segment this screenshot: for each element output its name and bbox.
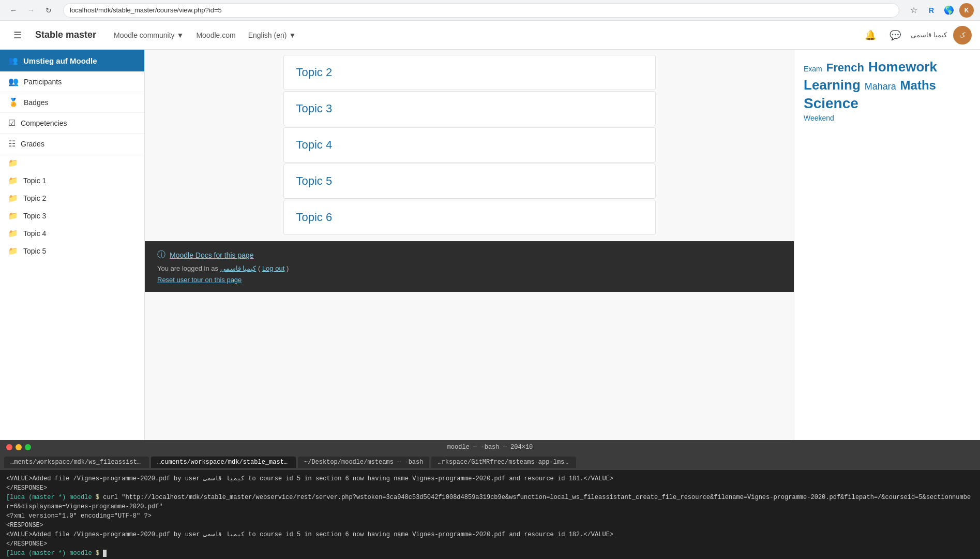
user-menu-button[interactable]: ک [953,26,972,45]
chat-button[interactable]: 💬 [886,26,904,45]
browser-chrome: ← → ↻ localhost/mdk/stable_master/course… [0,0,980,21]
nav-community-label: Moodle community [114,31,175,39]
terminal-tab-3[interactable]: ~/Desktop/moodle/msteams — -bash [298,457,429,468]
traffic-lights [6,444,31,450]
minimize-dot[interactable] [16,444,22,450]
terminal-line-2: </RESPONSE> [6,483,974,493]
sidebar: 👥 Umstieg auf Moodle 👥 Participants 🏅 Ba… [0,50,145,440]
sidebar-header-label: Umstieg auf Moodle [23,56,97,65]
forward-button[interactable]: → [24,3,38,18]
tag-learning[interactable]: Learning [804,77,861,93]
extension-icon-2[interactable]: 🌎 [942,3,956,18]
topic-section-4: Topic 4 [283,127,656,163]
sidebar-item-topic3[interactable]: 📁 Topic 3 [0,207,144,225]
terminal-line-7: </RESPONSE> [6,539,974,549]
logout-link[interactable]: Log out [262,264,284,272]
terminal-header: moodle — -bash — 204×10 [0,440,980,454]
bookmark-icon[interactable]: ☆ [907,3,921,18]
reset-tour-link[interactable]: Reset user tour on this page [157,276,242,284]
login-text-pre: You are logged in as [157,264,220,272]
terminal-tab-2[interactable]: …cuments/workspace/mdk/stable_master/moo… [151,457,296,468]
moodle-docs-link[interactable]: Moodle Docs for this page [170,251,254,259]
topic2-link[interactable]: Topic 2 [296,66,333,79]
tag-weekend[interactable]: Weekend [804,114,834,122]
address-bar[interactable]: localhost/mdk/stable_master/course/view.… [63,3,899,18]
tags-block: Exam French Homework Learning Mahara Mat… [803,58,972,123]
terminal-tab-4[interactable]: …rkspace/GitMRfree/msteams-app-lms-meeti… [431,457,576,468]
terminal-line-8: [luca (master *) moodle $ [6,549,974,558]
sidebar-item-grades[interactable]: ☷ Grades [0,134,144,154]
tag-homework[interactable]: Homework [868,59,937,75]
info-icon: ⓘ [157,249,165,260]
tag-exam[interactable]: Exam [804,65,822,73]
terminal-tabs-row: …ments/workspace/mdk/ws_fileassistant/mo… [0,454,980,470]
terminal-title: moodle — -bash — 204×10 [447,444,533,451]
nav-community-arrow: ▼ [177,31,184,39]
tag-french[interactable]: French [826,61,864,75]
nav-language-link[interactable]: English (en) ▼ [243,28,301,42]
nav-links: Moodle community ▼ Moodle.com English (e… [109,28,301,42]
topic5-folder-icon: 📁 [8,246,18,256]
topic3-label: Topic 3 [23,212,46,220]
topic3-link[interactable]: Topic 3 [296,102,333,115]
terminal-tab-1[interactable]: …ments/workspace/mdk/ws_fileassistant/mo… [4,457,149,468]
topic-section-5: Topic 5 [283,164,656,199]
competencies-label: Competencies [21,119,67,127]
sidebar-item-badges[interactable]: 🏅 Badges [0,92,144,113]
terminal-body: <VALUE>Added file /Vignes-programme-2020… [0,470,980,559]
terminal-line-4: <?xml version="1.0" encoding="UTF-8" ?> [6,511,974,521]
login-status: You are logged in as کیمیا قاسمی ( Log o… [157,264,781,272]
sidebar-item-participants[interactable]: 👥 Participants [0,71,144,92]
topic5-link[interactable]: Topic 5 [296,174,333,187]
topic1-folder-icon: 📁 [8,176,18,185]
main-content: Topic 2 Topic 3 Topic 4 Topic 5 Topic 6 [145,50,794,440]
sidebar-item-topic1[interactable]: 📁 Topic 1 [0,172,144,189]
topic2-label: Topic 2 [23,194,46,202]
terminal-line-5: <RESPONSE> [6,521,974,530]
reload-button[interactable]: ↻ [41,3,56,18]
topic2-folder-icon: 📁 [8,194,18,203]
competencies-icon: ☑ [8,118,16,128]
topic3-folder-icon: 📁 [8,211,18,220]
sidebar-course-header[interactable]: 👥 Umstieg auf Moodle [0,50,144,71]
participants-label: Participants [24,78,62,86]
nav-moodlecom-label: Moodle.com [196,31,235,39]
hamburger-button[interactable]: ☰ [8,26,27,45]
user-avatar[interactable]: K [959,3,974,18]
topic-section-6: Topic 6 [283,200,656,235]
grades-icon: ☷ [8,139,16,149]
notification-button[interactable]: 🔔 [861,26,880,45]
terminal-line-1: <VALUE>Added file /Vignes-programme-2020… [6,474,974,483]
nav-moodlecom-link[interactable]: Moodle.com [191,28,240,42]
login-paren-close: ) [287,264,289,272]
badges-label: Badges [24,98,48,107]
extension-icon-1[interactable]: R [924,3,939,18]
badges-icon: 🏅 [8,97,19,107]
sidebar-item-topic4[interactable]: 📁 Topic 4 [0,225,144,242]
sidebar-item-topic2[interactable]: 📁 Topic 2 [0,189,144,207]
maximize-dot[interactable] [25,444,31,450]
sidebar-folder-section: 📁 [0,154,144,172]
topic5-label: Topic 5 [23,247,46,255]
nav-community-link[interactable]: Moodle community ▼ [109,28,189,42]
login-paren-open: ( [258,264,260,272]
back-button[interactable]: ← [6,3,21,18]
sidebar-header-icon: 👥 [8,56,18,65]
topic4-folder-icon: 📁 [8,229,18,238]
tag-maths[interactable]: Maths [900,78,936,93]
topic1-label: Topic 1 [23,176,46,185]
terminal-line-6: <VALUE>Added file /Vignes-programme-2020… [6,530,974,539]
site-name: Stable master [35,30,96,40]
nav-language-arrow: ▼ [289,31,296,39]
logged-in-user-link[interactable]: کیمیا قاسمی [220,264,257,272]
topic4-link[interactable]: Topic 4 [296,138,333,151]
top-nav: ☰ Stable master Moodle community ▼ Moodl… [0,21,980,50]
sidebar-item-competencies[interactable]: ☑ Competencies [0,113,144,134]
topic6-link[interactable]: Topic 6 [296,211,333,224]
tag-science[interactable]: Science [804,95,858,112]
close-dot[interactable] [6,444,12,450]
tag-mahara[interactable]: Mahara [865,81,896,92]
topic-section-3: Topic 3 [283,91,656,126]
sidebar-item-topic5[interactable]: 📁 Topic 5 [0,242,144,260]
participants-icon: 👥 [8,77,19,86]
